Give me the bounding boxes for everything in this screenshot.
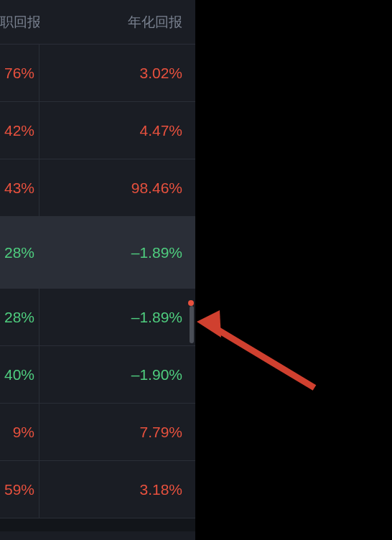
cell-tenure-return: 40% <box>0 346 39 403</box>
table-row[interactable]: 28%–1.89% <box>0 289 195 346</box>
svg-marker-2 <box>197 310 221 338</box>
returns-table-panel: 职回报 年化回报 76%3.02%42%4.47%43%98.46%28%–1.… <box>0 0 195 540</box>
section-gap <box>0 518 195 531</box>
cell-annualized-return: –1.89% <box>39 244 195 261</box>
cell-annualized-return: 4.47% <box>39 122 195 139</box>
table-row[interactable]: 28%–1.89% <box>0 217 195 289</box>
table-row[interactable]: 42%4.47% <box>0 102 195 159</box>
column-header-tenure-return[interactable]: 职回报 <box>0 13 39 32</box>
table-row[interactable]: 43%98.46% <box>0 159 195 217</box>
svg-line-1 <box>207 323 314 388</box>
scrollbar-thumb[interactable] <box>190 306 194 343</box>
annotation-arrow-icon <box>192 302 336 402</box>
cell-annualized-return: –1.89% <box>39 309 195 326</box>
table-row[interactable]: 40%–1.90% <box>0 346 195 404</box>
cell-annualized-return: 3.18% <box>39 481 195 498</box>
cell-tenure-return: 76% <box>0 45 39 101</box>
cell-tenure-return: 28% <box>0 289 39 345</box>
scroll-indicator-dot <box>188 300 194 306</box>
column-header-annualized-return[interactable]: 年化回报 <box>39 13 195 32</box>
cell-tenure-return: 9% <box>0 404 39 460</box>
cell-tenure-return: 43% <box>0 159 39 216</box>
next-section-start <box>0 531 195 540</box>
cell-tenure-return: 28% <box>0 217 39 288</box>
cell-annualized-return: –1.90% <box>39 366 195 383</box>
cell-annualized-return: 7.79% <box>39 424 195 441</box>
table-row[interactable]: 59%3.18% <box>0 461 195 518</box>
cell-annualized-return: 98.46% <box>39 180 195 197</box>
cell-annualized-return: 3.02% <box>39 65 195 82</box>
cell-tenure-return: 42% <box>0 102 39 159</box>
table-row[interactable]: 9%7.79% <box>0 404 195 461</box>
table-row[interactable]: 76%3.02% <box>0 45 195 102</box>
cell-tenure-return: 59% <box>0 461 39 518</box>
table-header-row: 职回报 年化回报 <box>0 0 195 45</box>
